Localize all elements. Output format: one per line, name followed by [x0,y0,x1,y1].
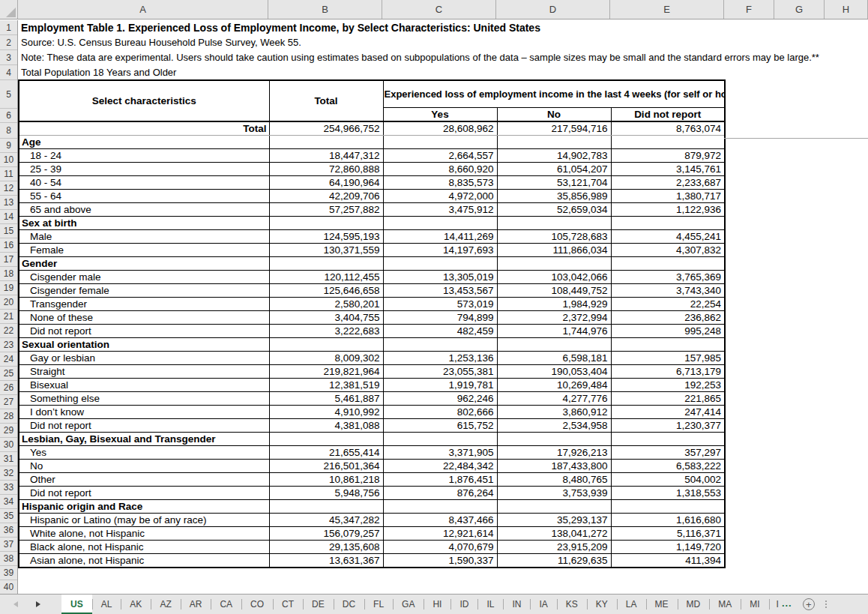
cell-total[interactable]: 216,501,364 [269,460,383,473]
sheet-tab-co[interactable]: CO [241,595,273,614]
cell-no[interactable]: 11,629,635 [497,554,611,568]
cell-population-note[interactable]: Total Population 18 Years and Older [21,65,176,80]
cell-yes[interactable]: 2,664,557 [383,149,497,163]
row-header-36[interactable]: 36 [0,523,17,538]
cell-total[interactable] [269,500,383,514]
cell-total[interactable]: 4,381,088 [269,419,383,433]
cell-section-label[interactable]: Gender [19,257,269,271]
row-header-8[interactable]: 8 [0,123,17,139]
row-header-23[interactable]: 23 [0,338,17,352]
sheet-tab-id[interactable]: ID [450,595,477,614]
column-header-D[interactable]: D [496,0,610,19]
cell-yes[interactable] [383,338,497,352]
cell-yes[interactable]: 1,876,451 [383,473,497,487]
cell-total[interactable]: 45,347,282 [269,514,383,527]
cell-no[interactable]: 6,598,181 [497,352,611,365]
cell-yes[interactable]: 22,484,342 [383,460,497,473]
cell-title-main[interactable]: Employment Table 1. Experienced Loss of … [21,20,540,35]
cell-total[interactable]: 219,821,964 [269,365,383,379]
cell-yes[interactable] [383,136,497,149]
cell-section-label[interactable]: Lesbian, Gay, Bisexual and Transgender [19,433,269,446]
cell-label[interactable]: 65 and above [19,203,269,217]
cell-label[interactable]: Straight [19,365,269,379]
cell-total[interactable]: 72,860,888 [269,163,383,176]
cell-no[interactable]: 111,866,034 [497,244,611,257]
cell-did-not-report[interactable]: 5,116,371 [611,527,725,541]
cell-yes[interactable]: 794,899 [383,311,497,325]
cell-did-not-report[interactable]: 247,414 [611,406,725,419]
cell-no[interactable]: 3,753,939 [497,487,611,500]
sheet-tab-ga[interactable]: GA [393,595,424,614]
cell-no[interactable]: 23,915,209 [497,541,611,554]
cell-no[interactable] [497,338,611,352]
cell-did-not-report[interactable]: 6,713,179 [611,365,725,379]
cell-no[interactable]: 1,744,976 [497,325,611,338]
row-header-25[interactable]: 25 [0,367,17,381]
row-header-29[interactable]: 29 [0,424,17,438]
cell-did-not-report[interactable]: 3,765,369 [611,271,725,284]
cell-no[interactable]: 10,269,484 [497,379,611,392]
row-header-33[interactable]: 33 [0,481,17,495]
cell-yes[interactable]: 3,475,912 [383,203,497,217]
row-header-10[interactable]: 10 [0,153,17,167]
sheet-tab-fl[interactable]: FL [364,595,393,614]
column-header-B[interactable]: B [268,0,382,19]
row-header-11[interactable]: 11 [0,167,17,181]
cell-label[interactable]: Hispanic or Latino (may be of any race) [19,514,269,527]
cell-yes[interactable] [383,217,497,230]
cell-yes[interactable]: 4,972,000 [383,190,497,203]
cell-total[interactable]: 3,404,755 [269,311,383,325]
cell-did-not-report[interactable]: 6,583,222 [611,460,725,473]
cell-yes[interactable]: 12,921,614 [383,527,497,541]
row-header-34[interactable]: 34 [0,495,17,509]
tab-options-icon[interactable] [825,595,827,614]
row-header-32[interactable]: 32 [0,466,17,481]
cell-total[interactable]: 18,447,312 [269,149,383,163]
cell-no[interactable]: 61,054,207 [497,163,611,176]
column-header-C[interactable]: C [382,0,496,19]
cell-label[interactable]: Yes [19,446,269,460]
cell-label[interactable]: Did not report [19,325,269,338]
sheet-tab-in[interactable]: IN [503,595,530,614]
cell-label[interactable]: Did not report [19,487,269,500]
row-header-13[interactable]: 13 [0,196,17,210]
sheet-tab-me[interactable]: ME [646,595,678,614]
cell-no[interactable] [497,217,611,230]
row-header-30[interactable]: 30 [0,438,17,452]
cell-label[interactable]: Total [19,121,269,136]
cell-label[interactable]: Asian alone, not Hispanic [19,554,269,568]
column-header-A[interactable]: A [18,0,268,19]
sheet-tab-az[interactable]: AZ [151,595,180,614]
cell-yes[interactable]: 8,660,920 [383,163,497,176]
cell-no[interactable]: 3,860,912 [497,406,611,419]
cell-total[interactable]: 124,595,193 [269,230,383,244]
cell-no[interactable]: 35,293,137 [497,514,611,527]
cell-did-not-report[interactable]: 1,122,936 [611,203,725,217]
cell-did-not-report[interactable]: 995,248 [611,325,725,338]
cell-label[interactable]: 55 - 64 [19,190,269,203]
cell-label[interactable]: Female [19,244,269,257]
cell-did-not-report[interactable]: 4,455,241 [611,230,725,244]
cell-did-not-report[interactable]: 157,985 [611,352,725,365]
sheet-tab-ks[interactable]: KS [557,595,587,614]
cell-label[interactable]: I don’t know [19,406,269,419]
header-total[interactable]: Total [269,80,383,121]
cell-no[interactable]: 2,534,958 [497,419,611,433]
row-header-27[interactable]: 27 [0,395,17,409]
cell-yes[interactable]: 8,835,573 [383,176,497,190]
cell-yes[interactable]: 8,437,466 [383,514,497,527]
cell-total[interactable]: 12,381,519 [269,379,383,392]
cell-label[interactable]: Transgender [19,298,269,311]
cell-no[interactable]: 17,926,213 [497,446,611,460]
cell-total[interactable]: 13,631,367 [269,554,383,568]
cell-yes[interactable]: 1,253,136 [383,352,497,365]
cell-yes[interactable]: 573,019 [383,298,497,311]
sheet-tab-ak[interactable]: AK [121,595,151,614]
cell-no[interactable]: 2,372,994 [497,311,611,325]
sheet-tab-ca[interactable]: CA [211,595,241,614]
cell-total[interactable]: 57,257,882 [269,203,383,217]
row-header-15[interactable]: 15 [0,224,17,238]
cell-yes[interactable]: 14,197,693 [383,244,497,257]
cell-yes[interactable]: 28,608,962 [383,121,497,136]
cell-no[interactable]: 187,433,800 [497,460,611,473]
